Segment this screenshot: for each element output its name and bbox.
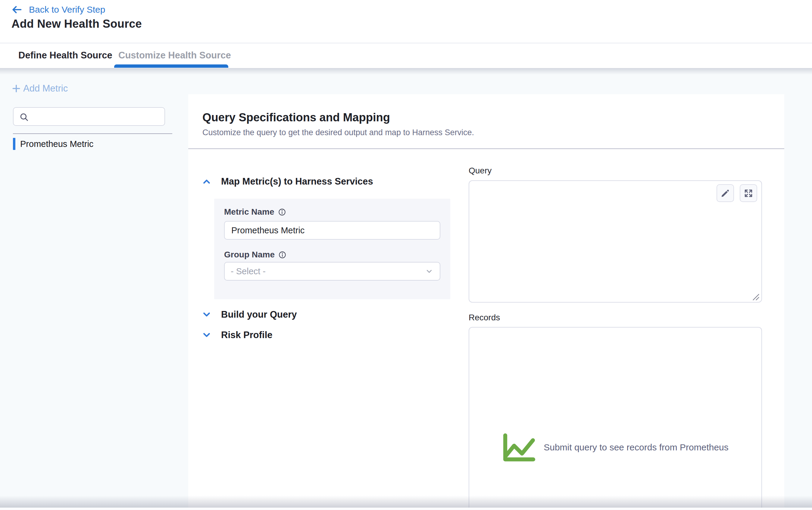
- group-name-label: Group Name: [224, 250, 286, 260]
- metric-name-field[interactable]: [224, 221, 440, 240]
- section-label: Map Metric(s) to Harness Services: [221, 176, 373, 187]
- section-map-metrics-to-harness-services[interactable]: Map Metric(s) to Harness Services: [202, 176, 373, 187]
- resize-handle[interactable]: [752, 293, 760, 301]
- selected-indicator-bar: [13, 138, 16, 150]
- chevron-down-icon: [425, 267, 434, 276]
- section-label: Risk Profile: [221, 330, 272, 340]
- card-subtitle: Customize the query to get the desired o…: [202, 128, 474, 137]
- query-toolbar: [717, 184, 757, 202]
- expand-query-button[interactable]: [740, 184, 757, 202]
- metric-mapping-form-panel: Metric Name Group Name - Select -: [214, 199, 450, 299]
- info-icon[interactable]: [278, 208, 286, 216]
- page-title: Add New Health Source: [11, 18, 142, 30]
- query-textarea[interactable]: [470, 182, 731, 298]
- section-build-your-query[interactable]: Build your Query: [202, 309, 297, 320]
- active-tab-underline: [114, 64, 228, 68]
- edit-query-button[interactable]: [717, 184, 734, 202]
- records-box: Submit query to see records from Prometh…: [469, 327, 762, 510]
- section-label: Build your Query: [221, 309, 297, 320]
- metric-search-box: [13, 107, 165, 126]
- search-icon: [19, 112, 29, 122]
- query-label: Query: [469, 166, 492, 176]
- query-editor-box: [469, 180, 762, 303]
- line-chart-icon: [502, 433, 536, 462]
- tab-bar-shadow: [0, 67, 812, 75]
- query-specifications-card: Query Specifications and Mapping Customi…: [188, 94, 784, 510]
- back-to-verify-step-link[interactable]: Back to Verify Step: [11, 4, 105, 16]
- sidebar-divider: [13, 133, 172, 134]
- add-metric-button[interactable]: Add Metric: [11, 83, 68, 94]
- plus-icon: [11, 83, 21, 94]
- info-icon[interactable]: [278, 251, 286, 259]
- tab-bar: Define Health Source Customize Health So…: [0, 43, 812, 68]
- card-divider: [188, 148, 784, 149]
- section-risk-profile[interactable]: Risk Profile: [202, 330, 272, 340]
- select-placeholder: - Select -: [231, 266, 266, 276]
- card-title: Query Specifications and Mapping: [202, 111, 390, 124]
- expand-icon: [744, 188, 753, 198]
- group-name-label-text: Group Name: [224, 250, 275, 260]
- pencil-icon: [720, 188, 730, 198]
- tab-define-health-source[interactable]: Define Health Source: [18, 43, 112, 67]
- chevron-down-icon: [202, 330, 211, 340]
- metric-name-label-text: Metric Name: [224, 207, 274, 217]
- back-arrow-icon: [11, 4, 23, 16]
- chevron-up-icon: [202, 177, 211, 186]
- records-empty-text: Submit query to see records from Prometh…: [544, 442, 729, 452]
- add-health-source-page: Back to Verify Step Add New Health Sourc…: [0, 0, 812, 510]
- search-input[interactable]: [32, 109, 163, 125]
- page-header: Back to Verify Step Add New Health Sourc…: [0, 0, 812, 43]
- chevron-down-icon: [202, 310, 211, 320]
- records-empty-state: Submit query to see records from Prometh…: [469, 433, 761, 462]
- group-name-select[interactable]: - Select -: [224, 262, 440, 280]
- sidebar-item-prometheus-metric[interactable]: Prometheus Metric: [13, 138, 170, 150]
- metric-item-label: Prometheus Metric: [20, 139, 93, 149]
- metric-name-label: Metric Name: [224, 207, 286, 217]
- add-metric-label: Add Metric: [23, 83, 68, 94]
- back-link-label: Back to Verify Step: [29, 4, 105, 15]
- tab-customize-health-source[interactable]: Customize Health Source: [118, 43, 231, 67]
- records-label: Records: [469, 313, 500, 323]
